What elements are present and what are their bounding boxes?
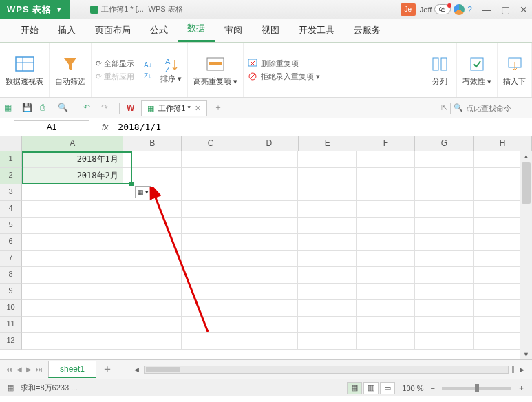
cell[interactable] [415,168,474,184]
cell[interactable] [298,151,357,168]
sheet-nav-prev-icon[interactable]: ◀ [17,366,22,373]
row-header[interactable]: 1 [0,151,22,168]
cell[interactable] [298,267,357,284]
cell[interactable] [298,333,357,350]
tab-dev[interactable]: 开发工具 [289,19,344,42]
cell[interactable] [415,151,474,168]
cell[interactable] [182,168,240,184]
col-header[interactable]: D [240,136,299,151]
view-normal-button[interactable]: ▦ [347,382,362,394]
cell[interactable] [182,251,240,267]
formula-bar[interactable] [114,120,532,134]
scroll-left-icon[interactable]: ◀ [132,366,141,373]
cell[interactable] [240,184,299,201]
tab-insert[interactable]: 插入 [48,19,85,42]
sheet-tab[interactable]: sheet1 [48,361,96,378]
view-page-button[interactable]: ▥ [363,382,379,394]
cell-A2[interactable]: 2018年2月 [22,168,123,184]
cell[interactable] [123,267,182,284]
save-icon[interactable]: 💾 [22,103,33,114]
wps-logo-icon[interactable]: W [127,103,134,113]
cell[interactable] [298,317,357,333]
cell[interactable] [123,234,182,251]
row-header[interactable]: 5 [0,218,22,234]
zoom-out-button[interactable]: − [431,384,435,392]
name-box[interactable] [14,120,89,134]
cell[interactable] [415,184,474,201]
cell[interactable] [22,317,123,333]
cell[interactable] [123,168,182,184]
cell[interactable] [22,267,123,284]
services-icon[interactable] [454,4,465,15]
cell[interactable] [357,218,415,234]
cell[interactable] [240,317,299,333]
col-header[interactable]: C [182,136,240,151]
row-header[interactable]: 11 [0,317,22,333]
cell[interactable] [357,284,415,300]
user-avatar[interactable]: Je [401,3,416,16]
col-header[interactable]: H [474,136,532,151]
cell[interactable] [357,184,415,201]
row-header[interactable]: 9 [0,284,22,300]
tab-data[interactable]: 数据 [178,17,215,42]
col-header[interactable]: B [123,136,182,151]
cell[interactable] [123,317,182,333]
row-header[interactable]: 6 [0,234,22,251]
tab-review[interactable]: 审阅 [215,19,252,42]
scroll-split-icon[interactable]: ‖ [511,366,515,373]
cell[interactable] [22,284,123,300]
minimize-button[interactable]: — [482,4,491,15]
cell[interactable] [182,201,240,218]
insert-dropdown-button[interactable]: 插入下 [498,43,532,97]
maximize-button[interactable]: ▢ [501,4,510,15]
sheet-nav-next-icon[interactable]: ▶ [26,366,32,373]
validity-button[interactable]: 有效性 ▾ [457,43,498,97]
cell[interactable] [240,201,299,218]
scroll-thumb[interactable] [522,162,531,204]
select-all-corner[interactable] [0,136,22,151]
vertical-scrollbar[interactable]: ▲ ▼ [520,151,532,359]
zoom-slider[interactable] [442,387,511,390]
app-badge[interactable]: WPS 表格 ▼ [0,0,70,19]
new-icon[interactable]: ▦ [4,103,15,114]
cell[interactable] [415,218,474,234]
cell[interactable] [123,333,182,350]
view-break-button[interactable]: ▭ [380,382,395,394]
cell[interactable] [240,267,299,284]
cell[interactable] [415,234,474,251]
redo-icon[interactable]: ↷ [101,103,112,114]
cell[interactable] [22,201,123,218]
row-header[interactable]: 12 [0,333,22,350]
add-doc-button[interactable]: ＋ [214,102,222,114]
cell[interactable] [415,284,474,300]
sort-asc-icon[interactable]: A↓ [144,60,156,70]
cell[interactable] [182,184,240,201]
cell[interactable] [22,300,123,317]
cell[interactable] [182,300,240,317]
cell[interactable] [415,300,474,317]
scroll-right-icon[interactable]: ▶ [518,366,526,373]
col-header[interactable]: F [357,136,416,151]
row-header[interactable]: 4 [0,201,22,218]
row-header[interactable]: 7 [0,251,22,267]
cell[interactable] [123,251,182,267]
help-icon[interactable]: ? [467,5,472,14]
cell[interactable] [182,333,240,350]
tab-view[interactable]: 视图 [252,19,289,42]
cell[interactable] [298,251,357,267]
cell[interactable] [22,333,123,350]
cell[interactable] [22,184,123,201]
cell[interactable] [298,201,357,218]
document-tab[interactable]: ▦ 工作簿1 * ✕ [141,100,206,116]
cell[interactable] [22,251,123,267]
col-header[interactable]: G [415,136,474,151]
tab-formula[interactable]: 公式 [140,19,178,42]
close-button[interactable]: ✕ [520,4,528,15]
col-header[interactable]: A [22,136,123,151]
cell[interactable] [22,218,123,234]
scroll-up-icon[interactable]: ▲ [520,153,532,160]
cell-A1[interactable]: 2018年1月 [22,151,123,168]
cell[interactable] [298,234,357,251]
cell[interactable] [240,284,299,300]
sort-button[interactable]: AZ 排序 ▾ [160,56,182,84]
